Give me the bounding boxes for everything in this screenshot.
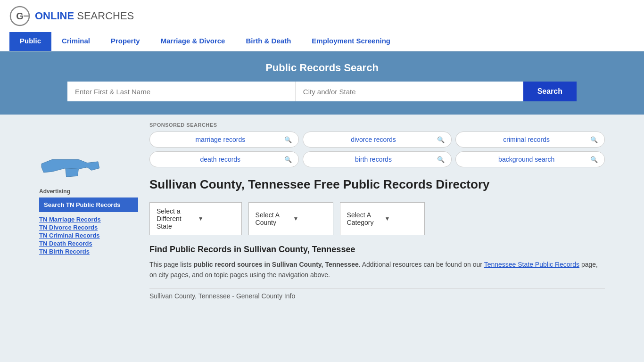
logo-area: G ONLINE SEARCHES [9, 6, 635, 26]
search-tag-text-1: divorce records [310, 136, 438, 143]
search-icon-4: 🔍 [437, 156, 445, 163]
search-icon-1: 🔍 [437, 136, 445, 143]
search-tag-text-0: marriage records [157, 136, 284, 143]
directory-heading: Sullivan County, Tennessee Free Public R… [149, 177, 605, 193]
category-dropdown-arrow-icon: ▼ [385, 215, 418, 222]
nav-item-criminal[interactable]: Criminal [51, 32, 100, 51]
svg-text:G: G [16, 11, 24, 21]
search-icon-2: 🔍 [590, 136, 598, 143]
state-dropdown-arrow-icon: ▼ [198, 215, 235, 222]
nav-item-employment[interactable]: Employment Screening [301, 32, 401, 51]
site-header: G ONLINE SEARCHES Public Criminal Proper… [0, 0, 644, 51]
search-tag-text-5: background search [462, 156, 590, 163]
county-dropdown[interactable]: Select A County ▼ [248, 202, 333, 235]
search-tag-text-4: birth records [310, 156, 438, 163]
tennessee-shape-icon [39, 155, 100, 183]
advertising-label: Advertising [39, 188, 138, 195]
sidebar-link-4[interactable]: TN Birth Records [39, 248, 138, 255]
sidebar-link-1[interactable]: TN Divorce Records [39, 224, 138, 231]
name-input[interactable] [67, 82, 296, 101]
sidebar-links: TN Marriage Records TN Divorce Records T… [39, 216, 138, 255]
sidebar-link-2[interactable]: TN Criminal Records [39, 232, 138, 239]
search-form: Search [67, 82, 577, 101]
find-records-text: This page lists public record sources in… [149, 259, 605, 280]
search-tag-4[interactable]: birth records 🔍 [303, 151, 452, 167]
county-dropdown-arrow-icon: ▼ [293, 215, 326, 222]
search-banner-title: Public Records Search [9, 62, 635, 74]
state-map [39, 122, 138, 188]
search-tag-2[interactable]: criminal records 🔍 [455, 132, 605, 148]
sponsored-label: SPONSORED SEARCHES [149, 122, 605, 128]
sidebar-ad-active[interactable]: Search TN Public Records [39, 197, 138, 212]
find-text-bold: public record sources in Sullivan County… [193, 261, 358, 268]
nav-item-public[interactable]: Public [9, 32, 51, 51]
logo-text: ONLINE SEARCHES [35, 10, 134, 22]
search-tag-3[interactable]: death records 🔍 [149, 151, 299, 167]
logo-icon: G [9, 6, 30, 26]
find-records-link[interactable]: Tennessee State Public Records [484, 261, 579, 268]
nav-item-property[interactable]: Property [100, 32, 150, 51]
main-nav: Public Criminal Property Marriage & Divo… [9, 32, 635, 51]
svg-marker-4 [66, 168, 79, 177]
general-info-label: Sullivan County, Tennessee - General Cou… [149, 292, 605, 300]
section-divider [149, 288, 605, 288]
search-tags: marriage records 🔍 divorce records 🔍 cri… [149, 132, 605, 167]
search-tag-1[interactable]: divorce records 🔍 [303, 132, 452, 148]
search-icon-0: 🔍 [284, 136, 292, 143]
search-button[interactable]: Search [523, 82, 577, 101]
find-text-part2: . Additional resources can be found on o… [359, 261, 484, 268]
search-tag-5[interactable]: background search 🔍 [455, 151, 605, 167]
search-icon-3: 🔍 [284, 156, 292, 163]
nav-item-marriage-divorce[interactable]: Marriage & Divorce [150, 32, 236, 51]
content-area: SPONSORED SEARCHES marriage records 🔍 di… [149, 122, 605, 300]
sidebar-link-3[interactable]: TN Death Records [39, 240, 138, 247]
sidebar: Advertising Search TN Public Records TN … [39, 122, 138, 300]
nav-item-birth-death[interactable]: Birth & Death [235, 32, 301, 51]
sidebar-link-0[interactable]: TN Marriage Records [39, 216, 138, 223]
state-dropdown[interactable]: Select a Different State ▼ [149, 202, 242, 235]
search-banner: Public Records Search Search [0, 51, 644, 115]
location-input[interactable] [296, 82, 523, 101]
search-tag-text-3: death records [157, 156, 284, 163]
category-dropdown[interactable]: Select A Category ▼ [340, 202, 425, 235]
county-dropdown-label: Select A County [256, 211, 289, 226]
dropdowns-row: Select a Different State ▼ Select A Coun… [149, 202, 605, 235]
search-tag-0[interactable]: marriage records 🔍 [149, 132, 299, 148]
main-container: Advertising Search TN Public Records TN … [30, 115, 614, 307]
state-dropdown-label: Select a Different State [157, 207, 193, 230]
find-records-heading: Find Public Records in Sullivan County, … [149, 245, 605, 255]
search-tag-text-2: criminal records [462, 136, 590, 143]
search-icon-5: 🔍 [590, 156, 598, 163]
category-dropdown-label: Select A Category [347, 211, 380, 226]
find-text-part1: This page lists [149, 261, 193, 268]
